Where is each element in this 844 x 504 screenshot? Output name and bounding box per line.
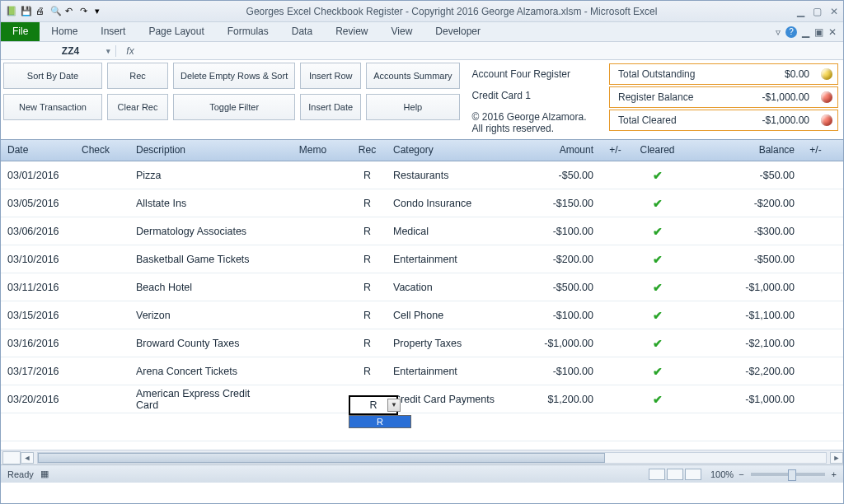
cell-memo[interactable] <box>278 311 349 320</box>
tab-file[interactable]: File <box>1 22 40 41</box>
cell-date[interactable]: 03/11/2016 <box>1 278 75 297</box>
col-plus-minus-2[interactable]: +/- <box>802 140 830 161</box>
dropdown-option[interactable]: R <box>349 416 410 427</box>
zoom-slider[interactable] <box>751 473 825 476</box>
delete-empty-button[interactable]: Delete Empty Rows & Sort <box>173 63 295 89</box>
workbook-min-icon[interactable]: ▁ <box>802 26 809 38</box>
cell-rec[interactable]: R <box>349 362 387 381</box>
rec-button[interactable]: Rec <box>107 63 168 89</box>
cell-rec[interactable]: R <box>349 278 387 297</box>
cell-category[interactable]: Cell Phone <box>387 306 518 325</box>
cell-amount[interactable]: $1,200.00 <box>518 390 601 409</box>
table-row-empty[interactable] <box>1 413 843 441</box>
macro-record-icon[interactable]: ▦ <box>40 469 49 479</box>
scroll-thumb[interactable] <box>38 453 605 463</box>
tab-formulas[interactable]: Formulas <box>216 22 280 41</box>
table-row[interactable]: 03/16/2016Broward County TaxesRProperty … <box>1 329 843 357</box>
sort-by-date-button[interactable]: Sort By Date <box>3 63 102 89</box>
table-row[interactable]: 03/06/2016Dermatology AssociatesRMedical… <box>1 217 843 245</box>
close-icon[interactable]: ✕ <box>830 6 838 17</box>
cell-description[interactable]: Basketball Game Tickets <box>129 250 278 269</box>
minimize-icon[interactable]: ▁ <box>797 6 804 17</box>
cell-date[interactable]: 03/17/2016 <box>1 362 75 381</box>
scroll-track[interactable] <box>37 452 827 464</box>
table-row[interactable]: 03/01/2016PizzaRRestaurants-$50.00✔-$50.… <box>1 161 843 189</box>
cell-amount[interactable]: -$150.00 <box>518 194 601 213</box>
cell-description[interactable]: American Express Credit Card <box>129 384 278 415</box>
cell-memo[interactable] <box>278 367 349 376</box>
cell-description[interactable]: Beach Hotel <box>129 278 278 297</box>
clear-rec-button[interactable]: Clear Rec <box>107 94 168 120</box>
cell-category[interactable]: Entertainment <box>387 362 518 381</box>
save-icon[interactable]: 💾 <box>21 6 32 17</box>
cell-memo[interactable] <box>278 171 349 180</box>
redo-icon[interactable]: ↷ <box>80 6 91 17</box>
view-page-break-icon[interactable] <box>685 469 701 480</box>
zoom-in-icon[interactable]: + <box>832 469 837 479</box>
cell-cleared[interactable]: ✔ <box>631 305 685 326</box>
cell-category[interactable]: Property Taxes <box>387 334 518 353</box>
help-icon[interactable]: ? <box>785 26 797 38</box>
undo-icon[interactable]: ↶ <box>65 6 77 17</box>
table-row[interactable]: 03/20/2016American Express Credit Card R… <box>1 385 843 413</box>
cell-memo[interactable] <box>278 283 349 292</box>
view-normal-icon[interactable] <box>649 469 665 480</box>
table-row[interactable]: 03/11/2016Beach HotelRVacation-$500.00✔-… <box>1 273 843 301</box>
qat-dropdown-icon[interactable]: ▾ <box>95 6 106 17</box>
formula-input[interactable] <box>144 44 843 58</box>
col-check[interactable]: Check <box>75 140 129 161</box>
insert-row-button[interactable]: Insert Row <box>300 63 361 89</box>
cell-memo[interactable] <box>278 199 349 208</box>
cell-description[interactable]: Broward County Taxes <box>129 334 278 353</box>
cell-amount[interactable]: -$50.00 <box>518 166 601 185</box>
view-page-layout-icon[interactable] <box>667 469 683 480</box>
cell-description[interactable]: Allstate Ins <box>129 194 278 213</box>
cell-memo[interactable] <box>278 395 349 404</box>
table-row[interactable]: 03/10/2016Basketball Game TicketsREntert… <box>1 245 843 273</box>
cell-cleared[interactable]: ✔ <box>631 221 685 242</box>
zoom-out-icon[interactable]: − <box>738 469 743 479</box>
tab-developer[interactable]: Developer <box>424 22 492 41</box>
col-description[interactable]: Description <box>129 140 278 161</box>
cell-check[interactable] <box>75 171 129 180</box>
cell-date[interactable]: 03/01/2016 <box>1 166 75 185</box>
cell-category[interactable]: Medical <box>387 222 518 241</box>
cell-amount[interactable]: -$200.00 <box>518 250 601 269</box>
tab-insert[interactable]: Insert <box>89 22 137 41</box>
col-category[interactable]: Category <box>387 140 518 161</box>
cell-cleared[interactable]: ✔ <box>631 249 685 270</box>
tab-page-layout[interactable]: Page Layout <box>137 22 215 41</box>
workbook-close-icon[interactable]: ✕ <box>828 26 837 38</box>
cell-date[interactable]: 03/10/2016 <box>1 250 75 269</box>
cell-description[interactable]: Verizon <box>129 306 278 325</box>
cell-date[interactable]: 03/05/2016 <box>1 194 75 213</box>
tab-review[interactable]: Review <box>324 22 379 41</box>
table-row[interactable]: 03/15/2016VerizonRCell Phone-$100.00✔-$1… <box>1 301 843 329</box>
scroll-left-icon[interactable]: ◄ <box>21 452 34 464</box>
accounts-summary-button[interactable]: Accounts Summary <box>366 63 459 89</box>
rec-dropdown-list[interactable]: R <box>349 415 411 428</box>
cell-memo[interactable] <box>278 255 349 264</box>
cell-category[interactable]: Entertainment <box>387 250 518 269</box>
tab-home[interactable]: Home <box>40 22 89 41</box>
toggle-filter-button[interactable]: Toggle Filter <box>173 94 295 120</box>
cell-rec[interactable]: R <box>349 250 387 269</box>
cell-cleared[interactable]: ✔ <box>631 389 685 410</box>
cell-category[interactable]: Restaurants <box>387 166 518 185</box>
cell-check[interactable] <box>75 255 129 264</box>
scroll-right-icon[interactable]: ► <box>830 452 843 464</box>
cell-memo[interactable] <box>278 227 349 236</box>
cell-cleared[interactable]: ✔ <box>631 333 685 354</box>
table-row[interactable]: 03/05/2016Allstate InsRCondo Insurance-$… <box>1 189 843 217</box>
cell-cleared[interactable]: ✔ <box>631 165 685 186</box>
cell-rec[interactable]: R <box>349 222 387 241</box>
name-box[interactable]: ZZ4 <box>26 45 116 57</box>
cell-rec[interactable]: R <box>349 306 387 325</box>
cell-date[interactable]: 03/16/2016 <box>1 334 75 353</box>
col-memo[interactable]: Memo <box>278 140 349 161</box>
table-row[interactable]: 03/17/2016Arena Concert TicketsREntertai… <box>1 357 843 385</box>
cell-description[interactable]: Arena Concert Tickets <box>129 362 278 381</box>
cell-description[interactable]: Dermatology Associates <box>129 222 278 241</box>
cell-amount[interactable]: -$1,000.00 <box>518 334 601 353</box>
fx-icon[interactable] <box>116 45 144 57</box>
